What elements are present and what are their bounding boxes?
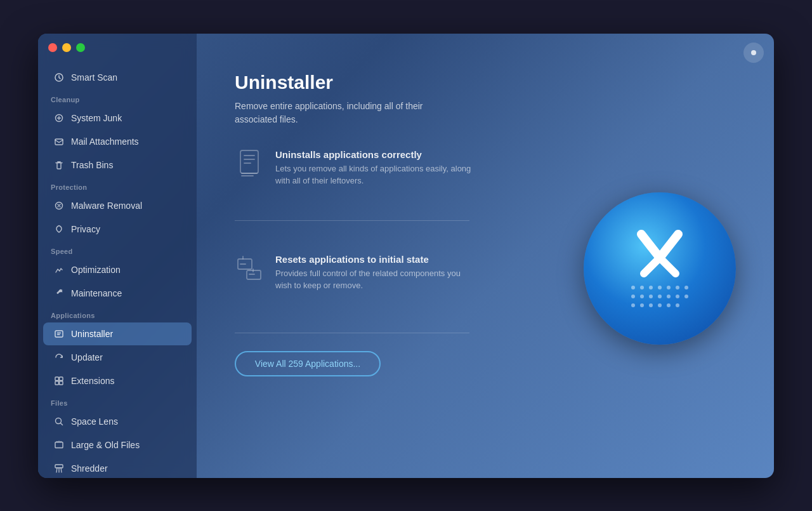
content-right — [577, 72, 742, 453]
sidebar-item-label: Trash Bins — [71, 160, 113, 170]
minimize-button[interactable] — [62, 43, 71, 52]
feature-divider — [235, 220, 469, 221]
dot — [658, 286, 662, 289]
sidebar-item-malware-removal[interactable]: Malware Removal — [43, 194, 192, 217]
traffic-lights — [48, 43, 85, 52]
main-content: Uninstaller Remove entire applications, … — [197, 34, 774, 478]
dot — [631, 295, 635, 298]
app-icon — [584, 192, 736, 345]
section-label-protection: Protection — [38, 177, 197, 194]
sidebar-item-label: Privacy — [71, 224, 100, 234]
scan-icon — [53, 72, 65, 83]
sidebar-item-label: Updater — [71, 352, 103, 362]
svg-rect-7 — [55, 381, 59, 385]
sidebar-item-system-junk[interactable]: System Junk — [43, 107, 192, 129]
uninstaller-icon — [53, 328, 65, 340]
sidebar-item-uninstaller[interactable]: Uninstaller — [43, 322, 192, 345]
svg-rect-5 — [55, 377, 59, 381]
sidebar-item-label: Optimization — [71, 265, 121, 275]
dots-row-3 — [631, 303, 688, 307]
dot — [649, 295, 653, 298]
sidebar-item-label: Maintenance — [71, 288, 122, 298]
sidebar-item-label: Shredder — [71, 463, 108, 474]
dots-row-1 — [631, 286, 688, 289]
privacy-icon — [53, 223, 65, 235]
dot — [640, 303, 644, 307]
sidebar-item-label: Large & Old Files — [71, 440, 140, 450]
mail-icon — [53, 136, 65, 147]
feature-icon-uninstall — [235, 149, 264, 178]
dot — [640, 286, 644, 289]
feature-item-1: Uninstalls applications correctly Lets y… — [235, 149, 552, 187]
svg-rect-12 — [240, 150, 258, 173]
section-label-applications: Applications — [38, 305, 197, 322]
bottom-divider — [235, 333, 469, 333]
dot — [631, 286, 635, 289]
sidebar-item-extensions[interactable]: Extensions — [43, 369, 192, 392]
sidebar-item-label: Uninstaller — [71, 329, 113, 339]
space-lens-icon — [53, 416, 65, 427]
section-label-files: Files — [38, 393, 197, 409]
sidebar-item-mail-attachments[interactable]: Mail Attachments — [43, 130, 192, 153]
settings-button[interactable] — [743, 43, 764, 63]
dot — [684, 286, 688, 289]
feature-text-1: Uninstalls applications correctly Lets y… — [275, 149, 552, 187]
dot — [684, 295, 688, 298]
feature-item-2: Resets applications to initial state Pro… — [235, 254, 552, 292]
sidebar-item-label: Smart Scan — [71, 72, 117, 83]
titlebar — [38, 34, 774, 62]
sidebar-item-shredder[interactable]: Shredder — [43, 457, 192, 478]
feature-desc-1: Lets you remove all kinds of application… — [275, 163, 472, 187]
settings-icon — [751, 50, 756, 55]
sidebar-item-maintenance[interactable]: Maintenance — [43, 282, 192, 305]
dot — [658, 303, 662, 307]
svg-rect-10 — [55, 442, 63, 448]
sidebar-item-large-old-files[interactable]: Large & Old Files — [43, 434, 192, 456]
junk-icon — [53, 112, 65, 124]
maximize-button[interactable] — [76, 43, 85, 52]
large-files-icon — [53, 439, 65, 451]
dot — [658, 295, 662, 298]
view-all-button[interactable]: View All 259 Applications... — [235, 351, 381, 376]
extensions-icon — [53, 375, 65, 387]
trash-icon — [53, 159, 65, 171]
dot — [667, 286, 671, 289]
svg-rect-8 — [60, 381, 63, 385]
sidebar-item-label: Mail Attachments — [71, 136, 139, 147]
page-description: Remove entire applications, including al… — [235, 100, 463, 126]
dot — [676, 303, 679, 307]
app-icon-inner — [630, 229, 690, 307]
feature-list: Uninstalls applications correctly Lets y… — [235, 149, 552, 292]
sidebar: Smart Scan Cleanup System Junk Mail Atta… — [38, 34, 197, 478]
sidebar-item-smart-scan[interactable]: Smart Scan — [43, 66, 192, 89]
sidebar-item-label: Malware Removal — [71, 201, 142, 211]
feature-icon-reset — [235, 254, 264, 283]
x-logo — [630, 229, 690, 283]
feature-desc-2: Provides full control of the related com… — [275, 267, 472, 292]
maintenance-icon — [53, 288, 65, 299]
svg-rect-2 — [55, 139, 63, 145]
updater-icon — [53, 352, 65, 363]
sidebar-item-optimization[interactable]: Optimization — [43, 258, 192, 281]
sidebar-item-label: Extensions — [71, 376, 114, 386]
close-button[interactable] — [48, 43, 57, 52]
svg-rect-14 — [247, 270, 261, 279]
section-label-speed: Speed — [38, 241, 197, 258]
sidebar-item-privacy[interactable]: Privacy — [43, 218, 192, 241]
dots-row-2 — [631, 295, 688, 298]
svg-rect-4 — [55, 331, 63, 337]
svg-rect-6 — [60, 377, 63, 381]
feature-text-2: Resets applications to initial state Pro… — [275, 254, 552, 292]
sidebar-item-updater[interactable]: Updater — [43, 346, 192, 369]
dot — [649, 286, 653, 289]
sidebar-item-label: System Junk — [71, 113, 122, 123]
sidebar-item-trash-bins[interactable]: Trash Bins — [43, 154, 192, 176]
feature-title-2: Resets applications to initial state — [275, 254, 552, 265]
optimization-icon — [53, 264, 65, 275]
dots-pattern — [631, 286, 688, 307]
dot — [640, 295, 644, 298]
sidebar-item-space-lens[interactable]: Space Lens — [43, 410, 192, 433]
dot — [631, 303, 635, 307]
dot — [667, 303, 671, 307]
dot — [676, 286, 679, 289]
